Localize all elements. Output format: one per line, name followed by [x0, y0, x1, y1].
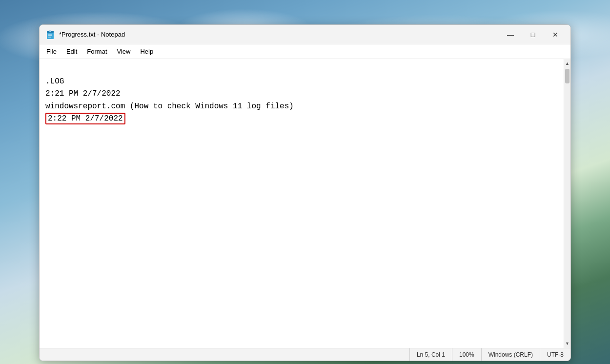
editor-content[interactable]: .LOG 2:21 PM 2/7/2022 windowsreport.com … [40, 59, 564, 348]
title-bar-left: *Progress.txt - Notepad [45, 30, 125, 40]
vertical-scrollbar[interactable]: ▲ ▼ [564, 59, 570, 348]
notepad-window: *Progress.txt - Notepad — □ ✕ File Edit … [39, 24, 571, 361]
scrollbar-down-arrow[interactable]: ▼ [564, 339, 571, 348]
editor-line4-highlighted: 2:22 PM 2/7/2022 [45, 113, 125, 124]
menu-file[interactable]: File [41, 46, 61, 57]
status-position: Ln 5, Col 1 [409, 348, 452, 361]
window-title: *Progress.txt - Notepad [59, 31, 125, 38]
menu-format[interactable]: Format [82, 46, 112, 57]
status-encoding: UTF-8 [540, 348, 570, 361]
menu-view[interactable]: View [112, 46, 136, 57]
status-bar: Ln 5, Col 1 100% Windows (CRLF) UTF-8 [40, 348, 570, 361]
editor-line1: .LOG [45, 77, 64, 86]
menu-bar: File Edit Format View Help [40, 44, 570, 59]
notepad-app-icon [45, 30, 55, 40]
editor-line3: windowsreport.com (How to check Windows … [45, 102, 294, 111]
menu-edit[interactable]: Edit [61, 46, 82, 57]
scrollbar-up-arrow[interactable]: ▲ [564, 59, 571, 68]
status-line-ending: Windows (CRLF) [481, 348, 540, 361]
editor-line2: 2:21 PM 2/7/2022 [45, 89, 121, 98]
close-button[interactable]: ✕ [544, 27, 567, 42]
status-zoom: 100% [452, 348, 481, 361]
scrollbar-track[interactable] [564, 68, 570, 339]
title-bar-controls: — □ ✕ [499, 27, 567, 42]
svg-rect-5 [49, 30, 51, 32]
editor-area: .LOG 2:21 PM 2/7/2022 windowsreport.com … [40, 59, 570, 348]
maximize-button[interactable]: □ [522, 27, 544, 42]
minimize-button[interactable]: — [499, 27, 522, 42]
title-bar: *Progress.txt - Notepad — □ ✕ [40, 25, 570, 44]
menu-help[interactable]: Help [135, 46, 158, 57]
scrollbar-thumb[interactable] [565, 69, 569, 83]
